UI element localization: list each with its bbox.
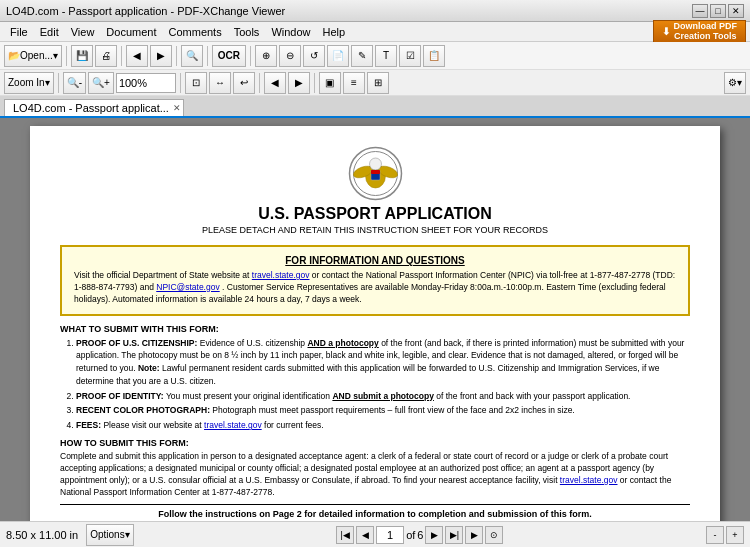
- maximize-button[interactable]: □: [710, 4, 726, 18]
- menu-document[interactable]: Document: [100, 24, 162, 40]
- next-page-button[interactable]: ▶: [425, 526, 443, 544]
- submit-item-1-text: PROOF OF U.S. CITIZENSHIP: Evidence of U…: [76, 338, 684, 386]
- nav-left-btn[interactable]: ◀: [264, 72, 286, 94]
- forward-button[interactable]: ▶: [150, 45, 172, 67]
- zoom-status-in[interactable]: +: [726, 526, 744, 544]
- fit-page-btn[interactable]: ⊡: [185, 72, 207, 94]
- menu-tools[interactable]: Tools: [228, 24, 266, 40]
- close-button[interactable]: ✕: [728, 4, 744, 18]
- zoom-value-input[interactable]: 100%: [116, 73, 176, 93]
- zoom-in-button[interactable]: Zoom In ▾: [4, 72, 54, 94]
- zoom-toolbar: Zoom In ▾ 🔍- 🔍+ 100% ⊡ ↔ ↩ ◀ ▶ ▣ ≡ ⊞ ⚙▾: [0, 70, 750, 96]
- tb-btn-2[interactable]: ⊖: [279, 45, 301, 67]
- dropdown-arrow-icon: ▾: [53, 50, 58, 61]
- us-seal: [348, 146, 403, 201]
- search-button[interactable]: 🔍: [181, 45, 203, 67]
- last-page-button[interactable]: ▶|: [445, 526, 463, 544]
- tb-btn-7[interactable]: ☑: [399, 45, 421, 67]
- print-icon: 🖨: [101, 50, 111, 61]
- submit-item-2-text: PROOF OF IDENTITY: You must present your…: [76, 391, 630, 401]
- search-icon: 🔍: [186, 50, 198, 61]
- options-dropdown-icon: ▾: [125, 529, 130, 540]
- document-tab[interactable]: LO4D.com - Passport applicat... ✕: [4, 99, 184, 116]
- tb-btn-4[interactable]: 📄: [327, 45, 349, 67]
- tb-btn-5[interactable]: ✎: [351, 45, 373, 67]
- separator-3: [176, 46, 177, 66]
- submit-item-1: PROOF OF U.S. CITIZENSHIP: Evidence of U…: [76, 337, 690, 388]
- fit-width-btn[interactable]: ↔: [209, 72, 231, 94]
- save-icon: 💾: [76, 50, 88, 61]
- how-to-submit-link[interactable]: travel.state.gov: [560, 475, 618, 485]
- tb-btn-8[interactable]: 📋: [423, 45, 445, 67]
- zoom-in-btn[interactable]: 🔍+: [88, 72, 114, 94]
- info-box-content: Visit the official Department of State w…: [74, 270, 676, 306]
- current-page-input[interactable]: 1: [376, 526, 404, 544]
- first-page-button[interactable]: |◀: [336, 526, 354, 544]
- info-box-title: FOR INFORMATION AND QUESTIONS: [74, 255, 676, 266]
- toolbar-row-1: 📂 Open... ▾ 💾 🖨 ◀ ▶ 🔍 OCR ⊕ ⊖ ↺ 📄 ✎ T ☑ …: [0, 42, 750, 70]
- zoom-sep2: [180, 73, 181, 93]
- open-button[interactable]: 📂 Open... ▾: [4, 45, 62, 67]
- nav-right-btn[interactable]: ▶: [288, 72, 310, 94]
- menu-help[interactable]: Help: [317, 24, 352, 40]
- status-left: 8.50 x 11.00 in Options ▾: [6, 524, 134, 546]
- state-gov-link[interactable]: travel.state.gov: [252, 270, 310, 280]
- menu-window[interactable]: Window: [265, 24, 316, 40]
- tb-btn-6[interactable]: T: [375, 45, 397, 67]
- tb-btn-1[interactable]: ⊕: [255, 45, 277, 67]
- passport-header: U.S. PASSPORT APPLICATION PLEASE DETACH …: [60, 146, 690, 235]
- menu-edit[interactable]: Edit: [34, 24, 65, 40]
- zoom-out-btn[interactable]: 🔍-: [63, 72, 86, 94]
- title-bar: LO4D.com - Passport application - PDF-XC…: [0, 0, 750, 22]
- folder-icon: 📂: [8, 50, 20, 61]
- tab-close-button[interactable]: ✕: [173, 103, 181, 113]
- print-button[interactable]: 🖨: [95, 45, 117, 67]
- separator-4: [207, 46, 208, 66]
- fees-link[interactable]: travel.state.gov: [204, 420, 262, 430]
- separator-2: [121, 46, 122, 66]
- page-of-label: of: [406, 529, 415, 541]
- zoom-in-label: Zoom In: [8, 77, 45, 88]
- back-button[interactable]: ◀: [126, 45, 148, 67]
- what-to-submit-title: WHAT TO SUBMIT WITH THIS FORM:: [60, 324, 690, 334]
- zoom-status-out[interactable]: -: [706, 526, 724, 544]
- play-button[interactable]: ▶: [465, 526, 483, 544]
- prev-page-button[interactable]: ◀: [356, 526, 374, 544]
- menu-comments[interactable]: Comments: [163, 24, 228, 40]
- total-pages: 6: [417, 529, 423, 541]
- submit-item-4-text: FEES: Please visit our website at travel…: [76, 420, 324, 430]
- document-area[interactable]: U.S. PASSPORT APPLICATION PLEASE DETACH …: [0, 118, 750, 547]
- status-right: - +: [706, 526, 744, 544]
- view-sep: [314, 73, 315, 93]
- separator-1: [66, 46, 67, 66]
- how-to-submit-title: HOW TO SUBMIT THIS FORM:: [60, 438, 690, 448]
- two-page-btn[interactable]: ⊞: [367, 72, 389, 94]
- window-controls: — □ ✕: [692, 4, 744, 18]
- menu-bar: File Edit View Document Comments Tools W…: [0, 22, 750, 42]
- save-button[interactable]: 💾: [71, 45, 93, 67]
- tools-btn[interactable]: ⚙▾: [724, 72, 746, 94]
- single-page-btn[interactable]: ▣: [319, 72, 341, 94]
- status-bar: 8.50 x 11.00 in Options ▾ |◀ ◀ 1 of 6 ▶ …: [0, 521, 750, 547]
- passport-title: U.S. PASSPORT APPLICATION: [60, 205, 690, 223]
- ocr-button[interactable]: OCR: [212, 45, 246, 67]
- options-button[interactable]: Options ▾: [86, 524, 133, 546]
- tab-label: LO4D.com - Passport applicat...: [13, 102, 169, 114]
- how-to-submit-content: Complete and submit this application in …: [60, 451, 690, 499]
- tb-btn-3[interactable]: ↺: [303, 45, 325, 67]
- rotate-btn[interactable]: ↩: [233, 72, 255, 94]
- submit-item-3-text: RECENT COLOR PHOTOGRAPH: Photograph must…: [76, 405, 575, 415]
- download-pdf-button[interactable]: ⬇ Download PDFCreation Tools: [653, 20, 747, 44]
- minimize-button[interactable]: —: [692, 4, 708, 18]
- menu-view[interactable]: View: [65, 24, 101, 40]
- stop-button[interactable]: ⊙: [485, 526, 503, 544]
- page-dimensions: 8.50 x 11.00 in: [6, 529, 78, 541]
- continuous-btn[interactable]: ≡: [343, 72, 365, 94]
- zoom-sep: [58, 73, 59, 93]
- npic-email-link[interactable]: NPIC@state.gov: [156, 282, 219, 292]
- info-text-1: Visit the official Department of State w…: [74, 270, 249, 280]
- menu-file[interactable]: File: [4, 24, 34, 40]
- app-window: LO4D.com - Passport application - PDF-XC…: [0, 0, 750, 547]
- svg-rect-7: [371, 170, 380, 174]
- separator-5: [250, 46, 251, 66]
